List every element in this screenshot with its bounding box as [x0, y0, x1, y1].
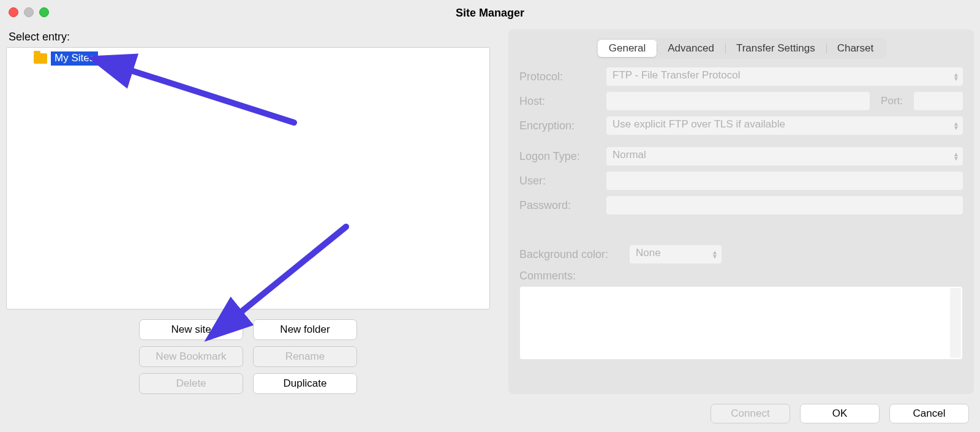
select-entry-label: Select entry: [9, 31, 490, 44]
host-input[interactable] [606, 92, 870, 110]
window-controls [9, 7, 49, 17]
bgcolor-select[interactable]: None ▲▼ [630, 245, 722, 263]
port-input[interactable] [914, 92, 963, 110]
tab-advanced[interactable]: Advanced [657, 40, 725, 57]
chevron-updown-icon: ▲▼ [953, 72, 959, 81]
rename-button: Rename [253, 346, 357, 367]
tree-root-label: My Sites [51, 51, 98, 66]
tab-charset[interactable]: Charset [826, 40, 885, 57]
tree-root-folder[interactable]: My Sites [34, 51, 98, 66]
entry-buttons: New site New folder New Bookmark Rename … [6, 319, 490, 394]
user-label: User: [519, 175, 600, 188]
new-folder-button[interactable]: New folder [253, 319, 357, 340]
new-bookmark-button: New Bookmark [139, 346, 243, 367]
close-window-button[interactable] [9, 7, 18, 17]
cancel-button[interactable]: Cancel [889, 404, 969, 423]
window-title: Site Manager [0, 0, 980, 26]
chevron-updown-icon: ▲▼ [712, 250, 718, 259]
logon-type-label: Logon Type: [519, 150, 600, 163]
minimize-window-button[interactable] [24, 7, 34, 17]
dialog-footer: Connect OK Cancel [710, 404, 969, 423]
delete-button: Delete [139, 373, 243, 394]
comments-label: Comments: [519, 270, 963, 282]
tab-transfer[interactable]: Transfer Settings [725, 40, 826, 57]
encryption-value: Use explicit FTP over TLS if available [612, 118, 785, 130]
user-input[interactable] [606, 172, 963, 190]
encryption-label: Encryption: [519, 119, 600, 132]
maximize-window-button[interactable] [39, 7, 49, 17]
title-bar: Site Manager [0, 0, 980, 26]
bgcolor-value: None [636, 247, 661, 259]
tab-general[interactable]: General [598, 40, 657, 57]
logon-type-select[interactable]: Normal ▲▼ [606, 147, 963, 165]
folder-icon [34, 53, 47, 64]
password-input[interactable] [606, 196, 963, 214]
bgcolor-label: Background color: [519, 248, 624, 261]
protocol-value: FTP - File Transfer Protocol [612, 69, 740, 81]
logon-type-value: Normal [612, 149, 646, 161]
chevron-updown-icon: ▲▼ [953, 121, 959, 130]
duplicate-button[interactable]: Duplicate [253, 373, 357, 394]
encryption-select[interactable]: Use explicit FTP over TLS if available ▲… [606, 116, 963, 135]
ok-button[interactable]: OK [800, 404, 880, 423]
protocol-select[interactable]: FTP - File Transfer Protocol ▲▼ [606, 67, 963, 86]
host-label: Host: [519, 95, 600, 108]
comments-textarea[interactable] [519, 286, 963, 360]
right-pane: General Advanced Transfer Settings Chars… [508, 29, 974, 394]
protocol-label: Protocol: [519, 70, 600, 83]
left-pane: Select entry: My Sites New site New fold… [6, 29, 490, 394]
new-site-button[interactable]: New site [139, 319, 243, 340]
password-label: Password: [519, 199, 600, 212]
tab-bar: General Advanced Transfer Settings Chars… [596, 38, 886, 59]
connect-button: Connect [710, 404, 790, 423]
scrollbar[interactable] [950, 288, 961, 358]
port-label: Port: [876, 95, 908, 107]
site-tree[interactable]: My Sites [6, 47, 490, 309]
chevron-updown-icon: ▲▼ [953, 152, 959, 161]
